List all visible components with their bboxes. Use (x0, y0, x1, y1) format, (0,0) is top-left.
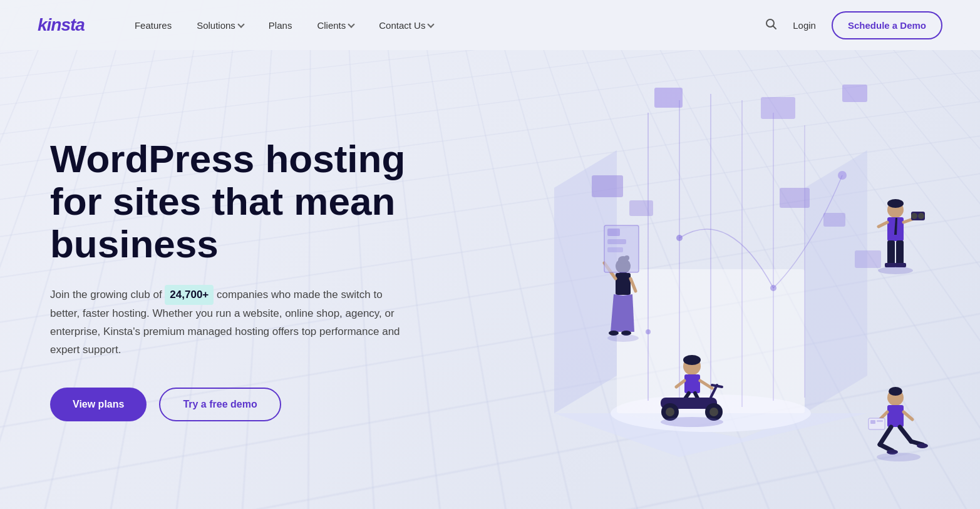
svg-point-68 (878, 267, 913, 274)
hero-description: Join the growing club of 24,700+ compani… (50, 285, 401, 360)
nav-features[interactable]: Features (135, 20, 172, 31)
svg-rect-76 (877, 420, 883, 422)
svg-point-56 (887, 199, 904, 208)
nav-contact[interactable]: Contact Us (379, 20, 433, 31)
svg-rect-75 (870, 420, 875, 424)
svg-rect-13 (654, 88, 683, 108)
svg-rect-19 (823, 213, 845, 227)
svg-point-83 (877, 453, 921, 461)
svg-rect-39 (607, 247, 623, 252)
svg-point-49 (666, 408, 674, 416)
navbar: kinsta Features Solutions Plans Clients … (0, 0, 980, 50)
stats-badge: 24,700+ (165, 285, 214, 306)
svg-rect-67 (895, 263, 906, 267)
svg-rect-66 (885, 263, 896, 267)
svg-point-41 (683, 355, 701, 365)
nav-clients[interactable]: Clients (317, 20, 354, 31)
login-button[interactable]: Login (793, 20, 816, 31)
hero-illustration (416, 50, 980, 509)
svg-point-62 (911, 213, 917, 219)
svg-rect-38 (607, 239, 626, 244)
hero-content: WordPress hosting for sites that mean bu… (50, 138, 438, 421)
chevron-down-icon (348, 21, 355, 28)
svg-line-1 (773, 26, 776, 29)
svg-point-63 (918, 213, 924, 219)
svg-rect-71 (887, 405, 904, 427)
chevron-down-icon (428, 21, 435, 28)
nav-actions: Login Schedule a Demo (765, 11, 942, 39)
svg-rect-16 (592, 175, 623, 197)
chevron-down-icon (237, 21, 244, 28)
svg-rect-74 (869, 418, 885, 429)
svg-point-35 (607, 334, 639, 342)
hero-title: WordPress hosting for sites that mean bu… (50, 138, 438, 266)
svg-rect-15 (842, 85, 867, 102)
nav-links: Features Solutions Plans Clients Contact… (135, 20, 765, 31)
schedule-demo-button[interactable]: Schedule a Demo (832, 11, 942, 39)
svg-rect-18 (780, 188, 810, 208)
svg-line-79 (900, 427, 911, 441)
svg-rect-20 (855, 250, 881, 268)
search-icon[interactable] (765, 18, 777, 33)
svg-line-60 (879, 222, 887, 227)
svg-rect-64 (887, 240, 895, 265)
free-demo-button[interactable]: Try a free demo (159, 388, 281, 421)
svg-rect-42 (684, 374, 700, 393)
nav-solutions[interactable]: Solutions (197, 20, 244, 31)
svg-rect-65 (896, 240, 904, 265)
svg-line-73 (904, 412, 912, 419)
logo[interactable]: kinsta (38, 15, 85, 35)
hero-buttons: View plans Try a free demo (50, 388, 438, 421)
svg-rect-17 (629, 200, 653, 216)
svg-rect-14 (761, 97, 795, 119)
svg-point-82 (917, 443, 928, 448)
hero-section: WordPress hosting for sites that mean bu… (0, 50, 980, 509)
view-plans-button[interactable]: View plans (50, 388, 147, 421)
svg-point-54 (661, 417, 723, 427)
svg-point-70 (889, 387, 902, 396)
svg-point-51 (709, 408, 718, 416)
nav-plans[interactable]: Plans (269, 20, 292, 31)
svg-rect-28 (616, 273, 631, 295)
svg-marker-30 (623, 294, 634, 332)
svg-point-24 (646, 329, 651, 334)
svg-rect-37 (607, 229, 620, 236)
